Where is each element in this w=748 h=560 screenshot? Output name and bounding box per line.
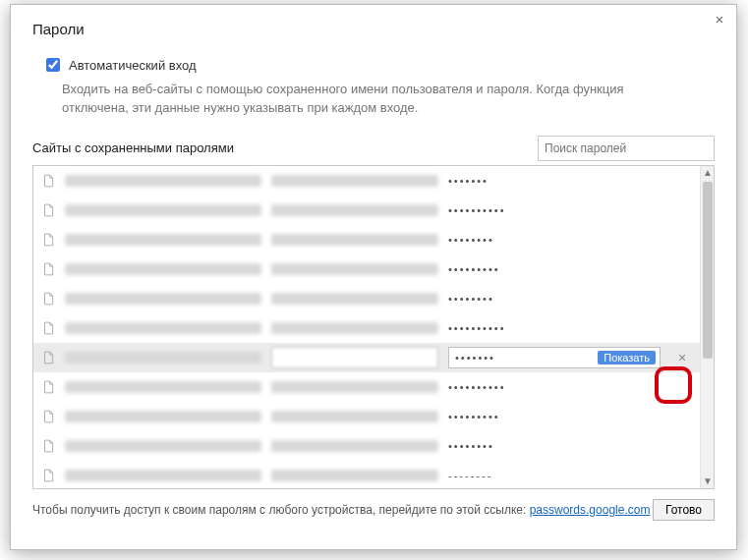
delete-entry-icon[interactable]: × (672, 348, 692, 367)
file-icon (41, 380, 55, 394)
username-cell (271, 234, 438, 246)
password-masked: •••••••••• (448, 204, 692, 216)
password-row[interactable]: •••••••• (33, 225, 700, 254)
site-cell (65, 175, 261, 187)
username-cell (271, 322, 438, 334)
password-row[interactable]: ••••••••• (33, 254, 700, 284)
username-cell[interactable] (271, 347, 438, 368)
passwords-google-link[interactable]: passwords.google.com (530, 503, 651, 517)
file-icon (41, 410, 55, 423)
site-cell (65, 352, 261, 364)
password-row[interactable]: •••••••• (33, 284, 700, 313)
saved-passwords-heading: Сайты с сохраненными паролями (32, 140, 234, 155)
password-row[interactable]: •••••••Показать× (33, 343, 700, 372)
password-masked: ••••••••• (448, 263, 692, 275)
site-cell (65, 470, 261, 481)
site-cell (65, 204, 261, 216)
password-row[interactable]: •••••••••• (33, 196, 700, 225)
password-masked: •••••••• (448, 440, 692, 452)
password-masked: •••••••••• (448, 381, 692, 393)
username-cell (271, 381, 438, 393)
password-masked: •••••••• (448, 293, 692, 305)
file-icon (41, 262, 55, 276)
password-masked: ••••••• (455, 352, 592, 364)
password-masked: •••••••••• (448, 322, 692, 334)
auto-signin-checkbox[interactable] (46, 58, 60, 72)
password-masked: -------- (448, 470, 692, 481)
passwords-dialog: × Пароли Автоматический вход Входить на … (10, 4, 737, 550)
password-masked: •••••••• (448, 234, 692, 246)
list-scrollbar[interactable]: ▲ ▼ (700, 166, 714, 488)
password-field[interactable]: •••••••Показать (448, 347, 661, 368)
username-cell (271, 204, 438, 216)
password-masked: ••••••• (448, 175, 692, 187)
password-row[interactable]: •••••••••• (33, 313, 700, 343)
scroll-up-icon[interactable]: ▲ (701, 166, 715, 180)
scroll-thumb[interactable] (703, 182, 713, 359)
done-button[interactable]: Готово (653, 499, 715, 521)
file-icon (41, 439, 55, 453)
file-icon (41, 351, 55, 364)
site-cell (65, 234, 261, 246)
file-icon (41, 233, 55, 247)
password-masked: ••••••••• (448, 411, 692, 422)
auto-signin-label: Автоматический вход (69, 58, 197, 73)
username-cell (271, 440, 438, 452)
site-cell (65, 263, 261, 275)
password-row[interactable]: -------- (33, 461, 700, 488)
username-cell (271, 175, 438, 187)
file-icon (41, 203, 55, 217)
username-cell (271, 411, 438, 422)
password-row[interactable]: •••••••• (33, 431, 700, 461)
file-icon (41, 469, 55, 482)
footer-text: Чтобы получить доступ к своим паролям с … (32, 503, 650, 517)
file-icon (41, 321, 55, 335)
site-cell (65, 440, 261, 452)
scroll-down-icon[interactable]: ▼ (701, 475, 715, 488)
file-icon (41, 174, 55, 188)
site-cell (65, 381, 261, 393)
password-row[interactable]: ••••••••• (33, 402, 700, 431)
password-row[interactable]: ••••••• (33, 166, 700, 196)
site-cell (65, 322, 261, 334)
password-row[interactable]: •••••••••• (33, 372, 700, 402)
show-password-button[interactable]: Показать (598, 351, 656, 364)
auto-signin-description: Входить на веб-сайты с помощью сохраненн… (62, 81, 652, 118)
close-icon[interactable]: × (711, 11, 728, 28)
username-cell (271, 263, 438, 275)
username-cell (271, 470, 438, 481)
search-passwords-input[interactable] (538, 136, 715, 161)
site-cell (65, 293, 261, 305)
dialog-title: Пароли (32, 21, 715, 37)
username-cell (271, 293, 438, 305)
password-list: ••••••••••••••••••••••••••••••••••••••••… (32, 165, 715, 489)
site-cell (65, 411, 261, 422)
file-icon (41, 292, 55, 306)
